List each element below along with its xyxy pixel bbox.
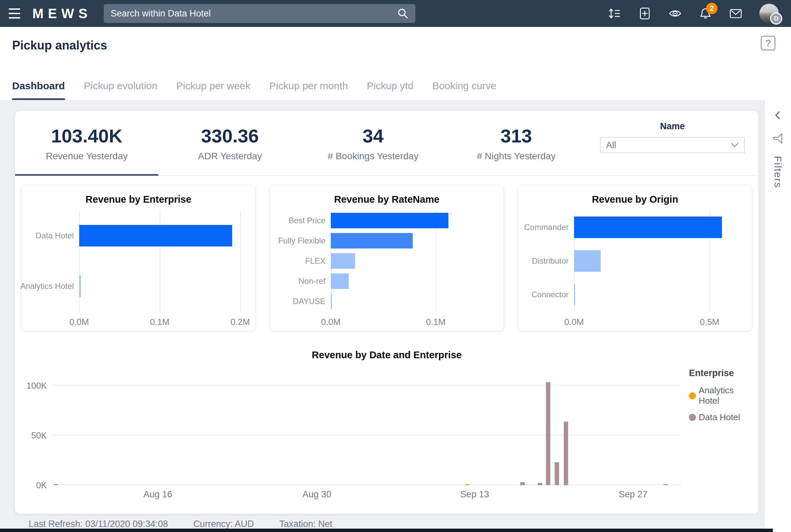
search-input[interactable]	[110, 8, 397, 19]
category-label-connector: Connector	[525, 278, 574, 311]
kpi-label: # Bookings Yesterday	[328, 151, 418, 162]
name-filter-label: Name	[660, 121, 685, 132]
name-filter-select[interactable]: All	[600, 137, 745, 153]
x-tick-label: 0.2M	[231, 317, 250, 327]
x-tick-label: Sep 27	[619, 489, 647, 500]
chart-card-revenue-by-origin: Revenue by OriginCommanderDistributorCon…	[518, 186, 752, 331]
bar-flex[interactable]	[331, 253, 355, 269]
chart-title: Revenue by Enterprise	[29, 194, 248, 205]
sort-list-icon[interactable]	[608, 7, 621, 20]
kpi-revenue-yesterday[interactable]: 103.40KRevenue Yesterday	[15, 111, 158, 175]
bar-data-hotel[interactable]	[664, 484, 668, 485]
page-title: Pickup analytics	[12, 38, 779, 53]
plot-area: Aug 16Aug 30Sep 13Sep 27	[52, 365, 681, 485]
legend-item-data-hotel[interactable]: Data Hotel	[689, 412, 753, 422]
notification-badge: 2	[706, 3, 718, 14]
y-tick-label: 50K	[31, 430, 47, 441]
watch-eye-icon[interactable]	[668, 7, 682, 20]
chart-card-revenue-by-ratename: Revenue by RateNameBest PriceFully Flexi…	[270, 186, 503, 331]
tab-pickup-evolution[interactable]: Pickup evolution	[84, 80, 157, 100]
kpi-bookings-yesterday[interactable]: 34# Bookings Yesterday	[301, 111, 445, 175]
gridline	[52, 385, 681, 385]
y-tick-label: 0K	[36, 480, 47, 491]
category-label-commander: Commander	[525, 210, 574, 244]
bar-dayuse[interactable]	[331, 293, 332, 309]
kpi-adr-yesterday[interactable]: 330.36ADR Yesterday	[158, 111, 301, 175]
kpi-label: # Nights Yesterday	[477, 151, 556, 162]
notifications-bell-icon[interactable]: 2	[699, 7, 712, 20]
name-filter: Name All	[600, 111, 758, 175]
x-axis: 0.0M0.1M0.2M	[79, 315, 248, 328]
avatar[interactable]: D	[759, 4, 779, 23]
last-refresh-text: Last Refresh: 03/11/2020 09:34:08	[29, 519, 168, 529]
funnel-icon[interactable]	[772, 132, 784, 145]
chart-title: Revenue by Origin	[525, 194, 745, 205]
page-header: Pickup analytics ?	[0, 27, 791, 60]
add-icon[interactable]	[638, 7, 651, 20]
filters-rail-label: Filters	[772, 156, 784, 188]
mail-icon[interactable]	[729, 7, 742, 20]
tab-pickup-per-month[interactable]: Pickup per month	[269, 80, 348, 100]
currency-text: Currency: AUD	[194, 519, 254, 529]
bar-distributor[interactable]	[574, 250, 601, 272]
x-axis: 0.0M0.5M	[574, 315, 745, 328]
kpi-value: 103.40K	[51, 125, 123, 147]
category-label-dayuse: DAYUSE	[277, 291, 331, 311]
bar-data-hotel[interactable]	[564, 421, 568, 485]
x-tick-label: 0.1M	[150, 317, 169, 327]
tab-bar: DashboardPickup evolutionPickup per week…	[0, 60, 791, 100]
bar-connector[interactable]	[574, 284, 575, 305]
bar-non-ref[interactable]	[331, 273, 349, 289]
name-filter-value: All	[606, 140, 616, 151]
category-label-flex: FLEX	[277, 251, 331, 271]
legend-dot	[689, 414, 696, 421]
tab-dashboard[interactable]: Dashboard	[12, 80, 65, 100]
bar-data-hotel[interactable]	[520, 482, 525, 485]
kpi-nights-yesterday[interactable]: 313# Nights Yesterday	[445, 111, 588, 175]
legend-title: Enterprise	[689, 368, 753, 378]
topbar-actions: 2 D	[608, 4, 782, 23]
content-area: Filters 103.40KRevenue Yesterday330.36AD…	[0, 100, 791, 532]
collapse-chevron-icon[interactable]	[772, 110, 784, 121]
bar-fully-flexible[interactable]	[331, 233, 413, 248]
category-label-fully-flexible: Fully Flexible	[277, 231, 331, 251]
legend-label: Analytics Hotel	[699, 385, 753, 406]
bar-data-hotel[interactable]	[54, 484, 58, 485]
bar-data-hotel[interactable]	[546, 382, 550, 485]
bar-analytics-hotel[interactable]	[79, 276, 81, 297]
x-tick-label: Aug 16	[144, 489, 172, 500]
revenue-by-date-chart: Revenue by Date and Enterprise 0K50K100K…	[15, 349, 758, 485]
horizontal-scrollbar[interactable]	[0, 529, 773, 532]
category-label-non-ref: Non-ref	[277, 271, 331, 291]
charts-row: Revenue by EnterpriseData HotelAnalytics…	[15, 176, 758, 331]
bar-best-price[interactable]	[331, 213, 448, 228]
bar-data-hotel[interactable]	[555, 462, 559, 485]
big-chart-title: Revenue by Date and Enterprise	[15, 349, 758, 361]
menu-icon[interactable]	[9, 8, 22, 19]
category-label-data-hotel: Data Hotel	[29, 210, 79, 261]
x-tick-label: 0.0M	[69, 317, 89, 327]
legend-item-analytics-hotel[interactable]: Analytics Hotel	[689, 385, 753, 406]
bar-commander[interactable]	[574, 216, 722, 238]
kpi-list: 103.40KRevenue Yesterday330.36ADR Yester…	[15, 111, 588, 175]
plot-area	[574, 210, 745, 311]
tab-pickup-per-week[interactable]: Pickup per week	[176, 80, 250, 100]
tab-booking-curve[interactable]: Booking curve	[432, 80, 496, 100]
help-icon[interactable]: ?	[761, 36, 775, 51]
x-tick-label: 0.1M	[426, 317, 445, 327]
avatar-status-badge: D	[770, 13, 782, 24]
tab-pickup-ytd[interactable]: Pickup ytd	[367, 80, 413, 100]
legend-dot	[689, 392, 696, 399]
chart-card-revenue-by-enterprise: Revenue by EnterpriseData HotelAnalytics…	[22, 186, 255, 331]
kpi-value: 313	[501, 125, 532, 147]
x-axis: 0.0M0.1M	[331, 315, 497, 328]
bar-data-hotel[interactable]	[538, 483, 542, 485]
global-search[interactable]	[104, 4, 416, 23]
filters-rail[interactable]: Filters	[764, 100, 791, 532]
x-tick-label: 0.0M	[321, 317, 341, 327]
x-tick-label: Aug 30	[302, 489, 331, 500]
bar-analytics-hotel[interactable]	[465, 484, 469, 485]
bar-data-hotel[interactable]	[79, 225, 232, 246]
search-icon[interactable]	[397, 7, 409, 20]
y-axis: 0K50K100K	[25, 365, 52, 485]
